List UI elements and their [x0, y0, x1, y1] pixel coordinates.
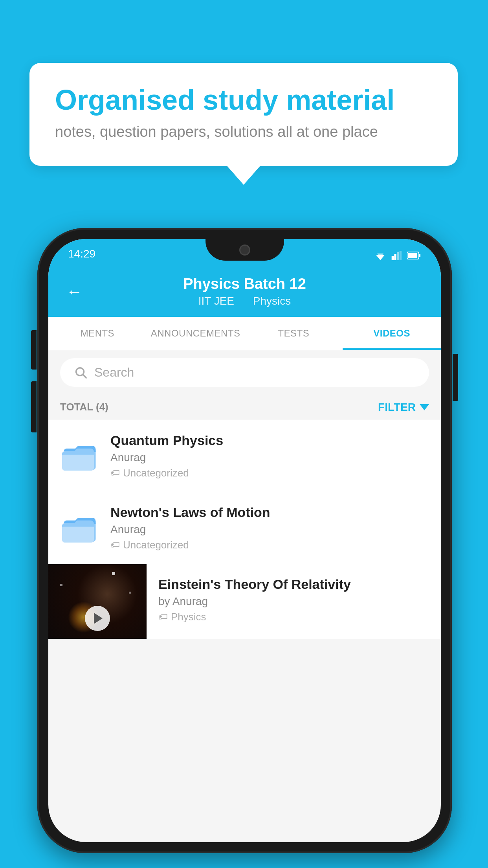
list-item[interactable]: Newton's Laws of Motion Anurag 🏷 Uncateg… — [48, 492, 441, 564]
play-icon — [94, 613, 103, 624]
list-item[interactable]: Einstein's Theory Of Relativity by Anura… — [48, 564, 441, 639]
item-info: Newton's Laws of Motion Anurag 🏷 Uncateg… — [110, 505, 429, 551]
filter-icon — [420, 404, 429, 410]
video-thumbnail — [48, 564, 147, 639]
svg-rect-7 — [419, 254, 420, 257]
bubble-subtitle: notes, question papers, solutions all at… — [55, 123, 432, 140]
star-dot — [60, 584, 62, 586]
volume-down-button — [31, 381, 37, 432]
item-author: by Anurag — [158, 595, 429, 608]
item-info: Einstein's Theory Of Relativity by Anura… — [147, 564, 441, 636]
tab-videos[interactable]: VIDEOS — [343, 317, 441, 350]
battery-icon — [407, 251, 421, 260]
list-item[interactable]: Quantum Physics Anurag 🏷 Uncategorized — [48, 420, 441, 492]
svg-line-10 — [83, 375, 86, 378]
item-author: Anurag — [110, 523, 429, 536]
item-title: Newton's Laws of Motion — [110, 505, 429, 520]
svg-rect-4 — [397, 252, 399, 260]
app-header: ← Physics Batch 12 IIT JEE Physics — [48, 267, 441, 317]
speech-bubble: Organised study material notes, question… — [29, 63, 458, 166]
play-button[interactable] — [85, 606, 110, 631]
signal-icon — [391, 251, 402, 260]
total-count-label: TOTAL (4) — [60, 401, 108, 413]
header-subtitle: IIT JEE Physics — [68, 295, 421, 307]
filter-label: FILTER — [378, 401, 416, 414]
tag-label: Uncategorized — [123, 467, 189, 479]
bubble-title: Organised study material — [55, 85, 432, 116]
filter-row: TOTAL (4) FILTER — [48, 395, 441, 420]
item-title: Quantum Physics — [110, 433, 429, 448]
notch — [205, 239, 284, 261]
svg-rect-2 — [392, 256, 394, 260]
search-icon — [74, 366, 87, 379]
front-camera — [239, 245, 250, 256]
folder-icon-wrap — [60, 508, 99, 548]
power-button — [453, 354, 458, 401]
phone-shell: 14:29 — [37, 228, 452, 853]
filter-button[interactable]: FILTER — [378, 401, 429, 414]
status-time: 14:29 — [68, 248, 95, 262]
tag-icon: 🏷 — [110, 467, 120, 478]
header-title: Physics Batch 12 — [68, 275, 421, 293]
video-list: Quantum Physics Anurag 🏷 Uncategorized — [48, 420, 441, 639]
svg-rect-3 — [394, 254, 396, 260]
tab-ments[interactable]: MENTS — [48, 317, 147, 350]
wifi-icon — [374, 251, 387, 260]
volume-up-button — [31, 330, 37, 370]
back-button[interactable]: ← — [66, 282, 83, 301]
tag-icon: 🏷 — [158, 611, 168, 622]
item-author: Anurag — [110, 451, 429, 464]
phone-screen: 14:29 — [48, 239, 441, 842]
tab-announcements[interactable]: ANNOUNCEMENTS — [147, 317, 245, 350]
item-tag: 🏷 Uncategorized — [110, 467, 429, 479]
star-dot — [129, 592, 131, 594]
tag-label: Physics — [171, 611, 206, 623]
item-info: Quantum Physics Anurag 🏷 Uncategorized — [110, 433, 429, 479]
phone-wrapper: 14:29 — [37, 228, 452, 853]
item-tag: 🏷 Physics — [158, 611, 429, 623]
search-bar[interactable]: Search — [60, 358, 429, 387]
item-tag: 🏷 Uncategorized — [110, 539, 429, 551]
tag-label: Uncategorized — [123, 539, 189, 551]
folder-icon-wrap — [60, 436, 99, 476]
subtitle-part1: IIT JEE — [198, 295, 234, 307]
tabs-bar: MENTS ANNOUNCEMENTS TESTS VIDEOS — [48, 317, 441, 350]
folder-icon — [62, 512, 97, 544]
folder-icon — [62, 440, 97, 472]
tab-tests[interactable]: TESTS — [245, 317, 343, 350]
svg-rect-8 — [408, 253, 417, 258]
subtitle-part2: Physics — [253, 295, 291, 307]
item-title: Einstein's Theory Of Relativity — [158, 577, 429, 592]
search-bar-wrapper: Search — [48, 350, 441, 395]
star-dot — [112, 572, 115, 575]
search-placeholder: Search — [94, 365, 134, 380]
svg-rect-5 — [400, 251, 402, 260]
tag-icon: 🏷 — [110, 539, 120, 550]
status-icons — [374, 251, 421, 262]
